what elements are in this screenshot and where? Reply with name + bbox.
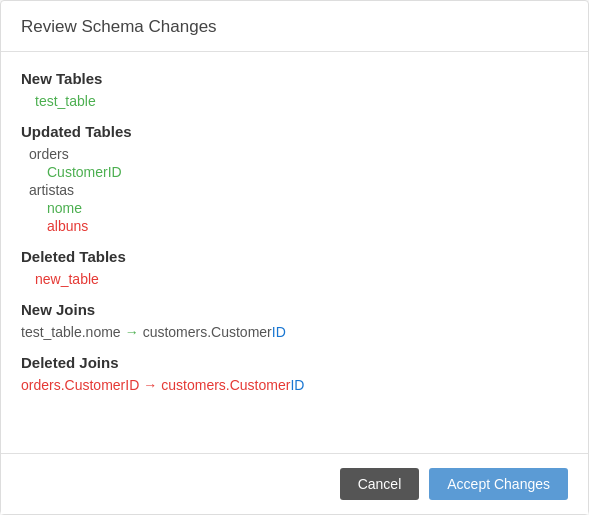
- updated-table-orders: orders: [29, 146, 568, 162]
- deleted-join-item: orders.CustomerID → customers.CustomerID: [21, 377, 568, 393]
- new-joins-heading: New Joins: [21, 301, 568, 318]
- dialog-footer: Cancel Accept Changes: [1, 453, 588, 514]
- new-join-item: test_table.nome → customers.CustomerID: [21, 324, 568, 340]
- cancel-button[interactable]: Cancel: [340, 468, 420, 500]
- updated-table-artistas: artistas: [29, 182, 568, 198]
- new-join-to: customers.CustomerID: [143, 324, 286, 340]
- orders-field-customerid: CustomerID: [47, 164, 568, 180]
- dialog-header: Review Schema Changes: [1, 1, 588, 52]
- new-table-item-test_table: test_table: [35, 93, 568, 109]
- dialog-body: New Tables test_table Updated Tables ord…: [1, 52, 588, 453]
- deleted-table-new_table: new_table: [35, 271, 568, 287]
- deleted-tables-heading: Deleted Tables: [21, 248, 568, 265]
- updated-tables-heading: Updated Tables: [21, 123, 568, 140]
- accept-changes-button[interactable]: Accept Changes: [429, 468, 568, 500]
- artistas-field-albuns: albuns: [47, 218, 568, 234]
- new-tables-heading: New Tables: [21, 70, 568, 87]
- deleted-join-from: orders.CustomerID: [21, 377, 139, 393]
- review-schema-dialog: Review Schema Changes New Tables test_ta…: [0, 0, 589, 515]
- dialog-title: Review Schema Changes: [21, 17, 568, 37]
- deleted-joins-heading: Deleted Joins: [21, 354, 568, 371]
- new-join-from: test_table.nome: [21, 324, 121, 340]
- deleted-join-to: customers.CustomerID: [161, 377, 304, 393]
- artistas-field-nome: nome: [47, 200, 568, 216]
- deleted-join-arrow-icon: →: [143, 377, 157, 393]
- new-join-arrow-icon: →: [125, 324, 139, 340]
